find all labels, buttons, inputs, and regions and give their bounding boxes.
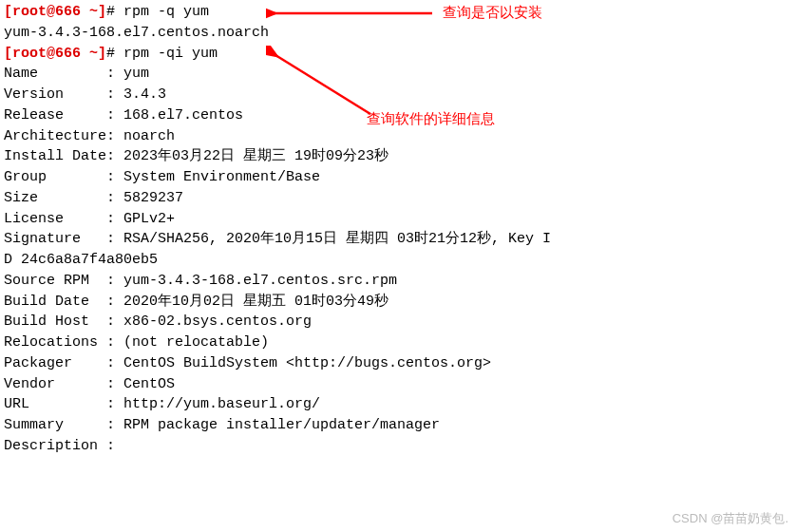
prompt-prefix-1: [root@666 ~]	[4, 4, 106, 20]
field-packager: Packager : CentOS BuildSystem <http://bu…	[4, 353, 792, 374]
field-version: Version : 3.4.3	[4, 85, 792, 105]
field-build-host: Build Host : x86-02.bsys.centos.org	[4, 312, 792, 332]
field-size: Size : 5829237	[4, 188, 792, 209]
field-group: Group : System Environment/Base	[4, 167, 792, 188]
prompt-prefix-2: [root@666 ~]	[4, 46, 106, 62]
field-name: Name : yum	[4, 64, 792, 85]
field-relocations: Relocations : (not relocatable)	[4, 332, 792, 353]
annotation-2: 查询软件的详细信息	[367, 108, 495, 129]
prompt-hash-1: #	[106, 4, 115, 20]
field-architecture: Architecture: noarch	[4, 126, 792, 147]
field-url: URL : http://yum.baseurl.org/	[4, 394, 792, 415]
field-install-date: Install Date: 2023年03月22日 星期三 19时09分23秒	[4, 146, 792, 167]
prompt-hash-2: #	[106, 46, 115, 62]
field-source-rpm: Source RPM : yum-3.4.3-168.el7.centos.sr…	[4, 271, 792, 292]
field-signature-1: Signature : RSA/SHA256, 2020年10月15日 星期四 …	[4, 229, 792, 250]
command-2: rpm -qi yum	[123, 46, 218, 62]
field-license: License : GPLv2+	[4, 209, 792, 230]
watermark: CSDN @苗苗奶黄包.	[673, 510, 788, 528]
terminal-line-1: [root@666 ~]# rpm -q yum	[4, 2, 792, 23]
field-description: Description :	[4, 436, 792, 457]
field-summary: Summary : RPM package installer/updater/…	[4, 415, 792, 436]
field-signature-2: D 24c6a8a7f4a80eb5	[4, 250, 792, 271]
field-vendor: Vendor : CentOS	[4, 374, 792, 395]
command-1: rpm -q yum	[123, 4, 209, 20]
annotation-1: 查询是否以安装	[443, 2, 542, 23]
field-build-date: Build Date : 2020年10月02日 星期五 01时03分49秒	[4, 292, 792, 313]
output-line-1: yum-3.4.3-168.el7.centos.noarch	[4, 23, 792, 44]
terminal-line-2: [root@666 ~]# rpm -qi yum	[4, 44, 792, 65]
